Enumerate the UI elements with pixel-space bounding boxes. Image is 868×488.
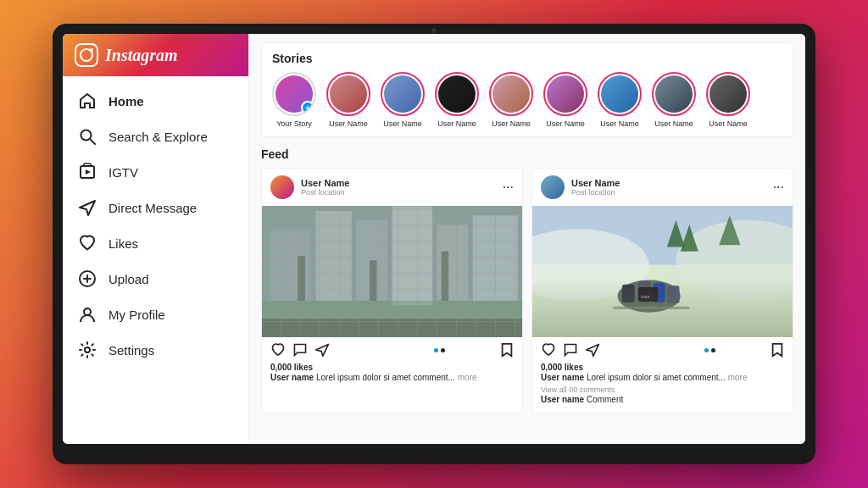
svg-rect-18: [262, 319, 522, 337]
sidebar-item-home-label: Home: [108, 94, 144, 108]
story-image-8: [709, 75, 747, 113]
feed-grid: User Name Post location ···: [261, 168, 793, 413]
post-header-2: User Name Post location ···: [532, 169, 793, 206]
post-footer-1: 0,000 likes User name Lorel ipsum dolor …: [262, 363, 522, 391]
laptop-screen: Instagram Home: [63, 34, 805, 444]
story-item-4[interactable]: User Name: [489, 72, 533, 128]
post-dots-2: [656, 348, 765, 352]
story-item-8[interactable]: User Name: [706, 72, 750, 128]
comment-button-2[interactable]: [563, 342, 578, 358]
story-avatar-6: [598, 72, 642, 116]
app-name: Instagram: [105, 46, 178, 65]
feed-title: Feed: [261, 147, 793, 161]
svg-rect-21: [370, 260, 376, 301]
svg-rect-17: [473, 215, 518, 301]
comment-button-1[interactable]: [292, 342, 308, 358]
home-icon: [78, 92, 97, 110]
your-story-label: Your Story: [276, 119, 312, 128]
direct-message-icon: [78, 198, 97, 217]
svg-marker-40: [587, 344, 599, 356]
like-button-1[interactable]: [270, 342, 286, 358]
share-button-1[interactable]: [314, 342, 330, 358]
comments-link-2[interactable]: View all 00 comments: [541, 385, 784, 394]
post-more-button-1[interactable]: ···: [503, 180, 514, 195]
story-avatar-8: [706, 72, 750, 116]
story-avatar-1: [326, 72, 370, 116]
sidebar-item-likes-label: Likes: [108, 236, 138, 251]
story-avatar-7: [652, 72, 696, 116]
sidebar-item-direct-label: Direct Message: [108, 201, 197, 215]
post-user-info-1: User Name Post location: [270, 175, 349, 199]
sidebar-item-upload[interactable]: Upload: [63, 261, 248, 297]
svg-point-10: [85, 347, 90, 352]
sidebar-item-home[interactable]: Home: [63, 83, 248, 119]
sidebar-item-likes[interactable]: Likes: [63, 225, 248, 261]
heart-icon: [78, 234, 97, 252]
story-label-2: User Name: [383, 119, 422, 128]
post-caption-2: User name Lorel ipsum dolor si amet comm…: [541, 372, 784, 384]
profile-icon: [78, 305, 97, 324]
stories-section: Stories + Your Story User Name: [261, 42, 793, 137]
story-item-2[interactable]: User Name: [381, 72, 425, 128]
svg-rect-20: [298, 256, 304, 301]
story-label-5: User Name: [546, 119, 585, 128]
caption-text-1: Lorel ipsum dolor si amet comment...: [316, 373, 455, 382]
story-item-7[interactable]: User Name: [652, 72, 696, 128]
igtv-icon: [78, 163, 97, 181]
caption-more-2[interactable]: more: [728, 373, 748, 382]
share-button-2[interactable]: [585, 342, 600, 358]
sidebar-item-igtv[interactable]: IGTV: [63, 154, 248, 190]
feed-section: Feed User Name Post location: [261, 147, 793, 413]
story-item-6[interactable]: User Name: [598, 72, 642, 128]
post-username-1: User Name: [301, 178, 349, 188]
story-image-5: [547, 75, 584, 113]
svg-rect-36: [667, 286, 680, 303]
nav-menu: Home Search & Explore: [63, 76, 248, 444]
story-label-3: User Name: [437, 119, 476, 128]
post-user-text-2: User Name Post location: [571, 178, 620, 197]
bookmark-button-2[interactable]: [771, 342, 784, 358]
dot-2: [711, 348, 715, 352]
svg-marker-23: [316, 344, 329, 356]
svg-rect-19: [262, 301, 522, 319]
logo-icon: [75, 43, 98, 67]
sidebar-item-profile[interactable]: My Profile: [63, 297, 248, 332]
sidebar-item-search[interactable]: Search & Explore: [63, 119, 248, 154]
story-image-2: [384, 75, 421, 113]
add-story-badge: +: [301, 101, 314, 114]
story-label-8: User Name: [709, 119, 748, 128]
post-actions-1: [262, 337, 522, 363]
comment-username-2: User name: [541, 395, 584, 404]
post-caption-1: User name Lorel ipsum dolor si amet comm…: [270, 372, 514, 384]
post-location-2: Post location: [571, 188, 620, 197]
sidebar-item-search-label: Search & Explore: [108, 130, 208, 144]
post-avatar-1: [270, 175, 294, 199]
story-item-1[interactable]: User Name: [326, 72, 370, 128]
story-label-7: User Name: [654, 119, 693, 128]
likes-count-2: 0,000 likes: [541, 363, 784, 372]
post-card-1: User Name Post location ···: [261, 168, 523, 413]
sidebar: Instagram Home: [63, 34, 249, 444]
sidebar-item-settings[interactable]: Settings: [63, 332, 248, 368]
bookmark-button-1[interactable]: [500, 342, 514, 358]
caption-username-2: User name: [541, 373, 584, 382]
laptop-frame: Instagram Home: [53, 24, 815, 464]
sidebar-item-direct[interactable]: Direct Message: [63, 190, 248, 225]
settings-icon: [78, 341, 97, 359]
svg-point-32: [618, 280, 681, 313]
svg-rect-34: [638, 281, 651, 302]
search-icon: [78, 127, 97, 146]
sidebar-item-upload-label: Upload: [108, 272, 149, 286]
story-item-5[interactable]: User Name: [543, 72, 587, 128]
like-button-2[interactable]: [541, 342, 556, 358]
post-more-button-2[interactable]: ···: [773, 180, 784, 195]
caption-more-1[interactable]: more: [458, 373, 477, 382]
comment-text-2: Comment: [587, 395, 623, 404]
caption-text-2: Lorel ipsum dolor si amet comment...: [587, 373, 726, 382]
story-image-3: [438, 75, 476, 113]
story-item-yours[interactable]: + Your Story: [272, 72, 316, 128]
sidebar-item-settings-label: Settings: [108, 343, 154, 358]
app-logo: Instagram: [63, 34, 248, 76]
post-username-2: User Name: [571, 178, 620, 188]
story-item-3[interactable]: User Name: [435, 72, 479, 128]
